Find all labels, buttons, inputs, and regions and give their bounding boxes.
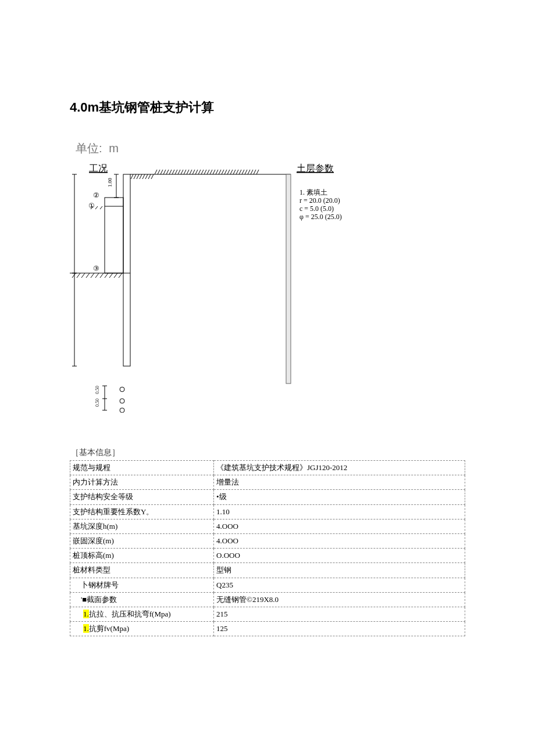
- table-row: 1.抗剪fv(Mpa)125: [70, 622, 465, 636]
- svg-point-72: [120, 408, 124, 413]
- svg-line-27: [227, 170, 230, 174]
- table-row: 规范与规程《建筑基坑支护技术规程》JGJ120-2012: [70, 461, 465, 475]
- table-row: 嵌固深度(m)4.OOO: [70, 533, 465, 548]
- row-label: 支护结构安全等级: [70, 490, 214, 504]
- table-row: 支护结构重要性系数Y。1.10: [70, 504, 465, 519]
- svg-line-56: [95, 273, 99, 278]
- row-value: Q235: [214, 578, 465, 592]
- left-pile: [123, 174, 130, 366]
- soil-param-label: 土层参数: [297, 163, 334, 173]
- svg-line-12: [184, 170, 186, 174]
- svg-text:单位:
        m: 单位: m: [76, 142, 119, 155]
- dim-0-50-b: 0.50: [95, 399, 100, 407]
- row-value: 4.OOO: [214, 533, 465, 548]
- svg-line-30: [236, 170, 238, 174]
- svg-line-35: [251, 170, 253, 174]
- svg-line-4: [160, 170, 163, 174]
- row-label: 嵌固深度(m): [70, 533, 214, 548]
- svg-line-42: [142, 174, 145, 179]
- svg-line-48: [95, 206, 98, 209]
- row-value: 型钢: [214, 563, 465, 578]
- table-row: 内力计算方法增量法: [70, 475, 465, 490]
- svg-line-54: [86, 273, 90, 278]
- row-value: 215: [214, 607, 465, 621]
- excavation-box: [105, 198, 123, 273]
- svg-line-23: [216, 170, 218, 174]
- section-view: 0.50 0.50: [95, 386, 124, 413]
- soil-text-4: φ = 25.0 (25.0): [299, 213, 342, 221]
- row-label: 桩顶标高(m): [70, 549, 214, 563]
- hatch-top: [155, 170, 259, 174]
- row-value: 无缝钢管©219X8.0: [214, 592, 465, 607]
- svg-line-60: [114, 273, 117, 278]
- svg-line-37: [256, 170, 259, 174]
- page-title: 4.0m基坑钢管桩支护计算: [70, 99, 465, 116]
- svg-line-45: [151, 174, 154, 179]
- svg-line-5: [163, 170, 166, 174]
- row-label: 1.抗拉、抗压和抗弯f(Mpa): [70, 607, 214, 621]
- info-table: 规范与规程《建筑基坑支护技术规程》JGJ120-2012内力计算方法增量法支护结…: [70, 460, 465, 636]
- svg-line-14: [190, 170, 192, 174]
- diagram: 单位: m 工况 土层参数 1. 素填: [70, 139, 361, 413]
- svg-line-49: [100, 206, 102, 209]
- row-value: 增量法: [214, 475, 465, 490]
- mark-1: ①: [88, 202, 95, 210]
- row-label: 内力计算方法: [70, 475, 214, 490]
- svg-line-57: [100, 273, 104, 278]
- row-label: 基坑深度h(m): [70, 519, 214, 533]
- dim-0-50-a: 0.50: [95, 386, 100, 394]
- svg-line-33: [245, 170, 247, 174]
- svg-line-24: [219, 170, 221, 174]
- unit-value: m: [109, 142, 119, 155]
- row-label: 支护结构重要性系数Y。: [70, 504, 214, 519]
- svg-line-10: [178, 170, 180, 174]
- svg-line-21: [210, 170, 212, 174]
- table-row: 支护结构安全等级•级: [70, 490, 465, 504]
- dim-1-00: 1.00: [107, 178, 113, 187]
- svg-line-51: [72, 273, 76, 278]
- svg-line-20: [207, 170, 209, 174]
- svg-line-22: [213, 170, 215, 174]
- svg-line-8: [172, 170, 174, 174]
- section-header: ［基本信息］: [71, 447, 464, 458]
- mark-3: ③: [93, 264, 99, 273]
- right-pile: [286, 174, 291, 384]
- svg-line-15: [192, 170, 195, 174]
- svg-line-13: [187, 170, 189, 174]
- dim-4-00-b: 4.00: [70, 316, 71, 326]
- svg-line-25: [222, 170, 224, 174]
- row-value: 125: [214, 622, 465, 636]
- row-value: 1.10: [214, 504, 465, 519]
- svg-line-41: [140, 174, 142, 179]
- table-row: 桩材料类型型钢: [70, 563, 465, 578]
- svg-line-26: [224, 170, 227, 174]
- table-row: '■截面参数无缝钢管©219X8.0: [70, 592, 465, 607]
- svg-line-9: [175, 170, 177, 174]
- svg-line-28: [230, 170, 233, 174]
- svg-line-55: [91, 273, 94, 278]
- svg-line-31: [239, 170, 241, 174]
- svg-line-16: [195, 170, 198, 174]
- row-label: '■截面参数: [70, 592, 214, 607]
- row-label: 桩材料类型: [70, 563, 214, 578]
- svg-line-7: [169, 170, 172, 174]
- svg-line-29: [233, 170, 236, 174]
- svg-line-59: [109, 273, 113, 278]
- svg-line-3: [158, 170, 160, 174]
- svg-line-32: [242, 170, 244, 174]
- svg-line-17: [198, 170, 201, 174]
- unit-label: 单位:: [76, 142, 102, 155]
- dim-4-00-a: 4.00: [70, 217, 71, 227]
- table-row: 基坑深度h(m)4.OOO: [70, 519, 465, 533]
- svg-line-44: [148, 174, 151, 179]
- svg-line-43: [145, 174, 148, 179]
- svg-line-61: [119, 273, 122, 278]
- svg-line-40: [137, 174, 139, 179]
- svg-line-18: [201, 170, 204, 174]
- row-label: 1.抗剪fv(Mpa): [70, 622, 214, 636]
- table-row: 桩顶标高(m)O.OOO: [70, 549, 465, 563]
- row-label: 卜钢材牌号: [70, 578, 214, 592]
- row-value: •级: [214, 490, 465, 504]
- row-value: 《建筑基坑支护技术规程》JGJ120-2012: [214, 461, 465, 475]
- svg-line-52: [77, 273, 80, 278]
